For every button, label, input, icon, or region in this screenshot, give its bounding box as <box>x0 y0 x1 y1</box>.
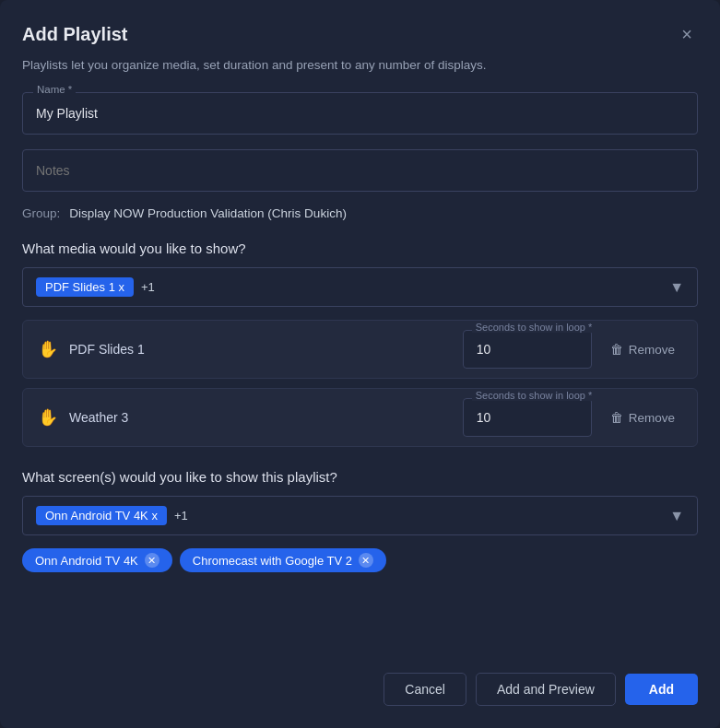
media-chevron-down-icon: ▼ <box>669 279 684 296</box>
seconds-label-1: Seconds to show in loop * <box>472 322 596 333</box>
add-button[interactable]: Add <box>625 674 698 705</box>
screen-section-question: What screen(s) would you like to show th… <box>22 469 698 485</box>
remove-screen-1-button[interactable]: ✕ <box>145 553 159 568</box>
name-field-group: Name * <box>22 92 698 135</box>
add-playlist-modal: Add Playlist × Playlists let you organiz… <box>0 0 720 728</box>
media-section-question: What media would you like to show? <box>22 241 698 256</box>
seconds-input-1[interactable] <box>463 330 592 369</box>
modal-footer: Cancel Add and Preview Add <box>22 654 698 706</box>
media-select-box[interactable]: PDF Slides 1 x +1 ▼ <box>22 267 698 307</box>
modal-header: Add Playlist × <box>22 22 698 47</box>
screen-select-box[interactable]: Onn Android TV 4K x +1 ▼ <box>22 496 698 535</box>
notes-field-group <box>22 149 698 192</box>
group-label: Group: <box>22 206 60 220</box>
screen-tag-label: Onn Android TV 4K x <box>45 509 158 523</box>
media-plus-more: +1 <box>141 280 155 294</box>
seconds-input-2[interactable] <box>463 398 592 437</box>
add-and-preview-button[interactable]: Add and Preview <box>476 673 616 706</box>
list-item: Chromecast with Google TV 2 ✕ <box>180 548 386 572</box>
seconds-label-2: Seconds to show in loop * <box>472 390 596 401</box>
trash-icon-2: 🗑 <box>610 410 623 425</box>
media-row-name-2: Weather 3 <box>69 410 452 425</box>
group-row: Group: Display NOW Production Validation… <box>22 206 698 220</box>
media-rows-container: ✋ PDF Slides 1 Seconds to show in loop *… <box>22 320 698 447</box>
drag-handle-icon-2[interactable]: ✋ <box>38 407 58 428</box>
remove-screen-2-button[interactable]: ✕ <box>359 553 373 568</box>
table-row: ✋ Weather 3 Seconds to show in loop * 🗑 … <box>22 388 698 447</box>
seconds-field-wrapper-2: Seconds to show in loop * <box>463 398 592 437</box>
name-input[interactable] <box>22 92 698 135</box>
screen-section: What screen(s) would you like to show th… <box>22 469 698 572</box>
list-item: Onn Android TV 4K ✕ <box>22 548 172 572</box>
remove-button-1[interactable]: 🗑 Remove <box>603 336 682 362</box>
media-tag-pdf[interactable]: PDF Slides 1 x <box>36 277 134 297</box>
screen-chevron-down-icon: ▼ <box>669 508 684 524</box>
trash-icon-1: 🗑 <box>610 342 623 357</box>
remove-label-1: Remove <box>629 343 675 357</box>
name-field-label: Name * <box>33 84 76 95</box>
remove-label-2: Remove <box>629 411 675 425</box>
screen-plus-more: +1 <box>174 509 188 523</box>
media-select-left: PDF Slides 1 x +1 <box>36 277 155 297</box>
screen-pill-label-1: Onn Android TV 4K <box>35 554 138 568</box>
notes-input[interactable] <box>22 149 698 192</box>
media-row-name: PDF Slides 1 <box>69 342 452 357</box>
screen-pill-label-2: Chromecast with Google TV 2 <box>193 554 352 568</box>
cancel-button[interactable]: Cancel <box>384 673 466 706</box>
table-row: ✋ PDF Slides 1 Seconds to show in loop *… <box>22 320 698 379</box>
modal-title: Add Playlist <box>22 24 127 45</box>
seconds-field-wrapper-1: Seconds to show in loop * <box>463 330 592 369</box>
drag-handle-icon[interactable]: ✋ <box>38 339 58 359</box>
modal-subtitle: Playlists let you organize media, set du… <box>22 58 698 72</box>
remove-button-2[interactable]: 🗑 Remove <box>603 405 682 430</box>
screen-tag-onn[interactable]: Onn Android TV 4K x <box>36 506 167 525</box>
close-button[interactable]: × <box>676 22 698 47</box>
group-value: Display NOW Production Validation (Chris… <box>69 206 347 220</box>
media-tag-label: PDF Slides 1 x <box>45 280 124 294</box>
selected-screens-container: Onn Android TV 4K ✕ Chromecast with Goog… <box>22 548 698 572</box>
screen-select-left: Onn Android TV 4K x +1 <box>36 506 188 525</box>
